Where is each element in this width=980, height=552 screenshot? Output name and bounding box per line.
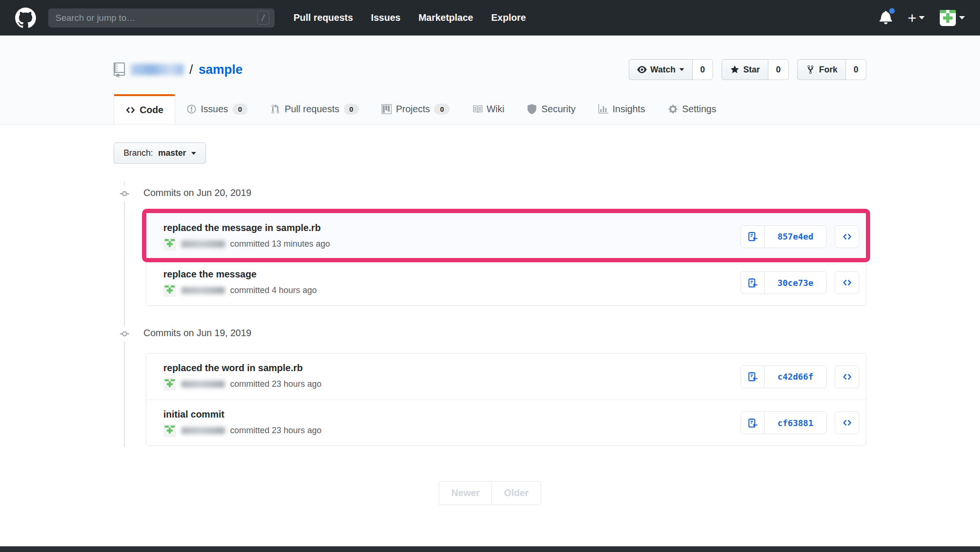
commit-author-blurred[interactable] (181, 381, 225, 388)
commit-sha-link[interactable]: c42d66f (765, 366, 826, 388)
nav-link-pull-requests[interactable]: Pull requests (294, 12, 353, 23)
repo-header-band: / sample Watch 0 Star 0 (0, 36, 980, 125)
tab-label: Settings (682, 104, 716, 115)
browse-code-button[interactable] (835, 225, 859, 248)
browse-code-button[interactable] (835, 271, 859, 294)
watch-button-group: Watch 0 (629, 59, 713, 80)
repo-separator: / (189, 62, 193, 77)
repo-tabs: Code Issues 0 Pull requests 0 Projects 0… (114, 94, 866, 124)
bottom-dark-bar (0, 546, 980, 552)
watch-count[interactable]: 0 (693, 59, 713, 80)
star-icon (730, 65, 739, 74)
wiki-book-icon (472, 104, 482, 114)
avatar[interactable] (163, 424, 176, 437)
commit-group: Commits on Jun 19, 2019 replaced the wor… (114, 326, 866, 446)
github-logo-icon[interactable] (15, 8, 36, 28)
chevron-down-icon (679, 68, 684, 71)
commit-actions: 857e4ed (740, 225, 859, 248)
fork-button[interactable]: Fork (797, 59, 846, 80)
chevron-down-icon (191, 152, 196, 155)
commit-title-link[interactable]: replaced the word in sample.rb (163, 363, 321, 374)
avatar[interactable] (163, 238, 176, 250)
commit-group-date: Commits on Jun 20, 2019 (143, 187, 251, 198)
repo-social-actions: Watch 0 Star 0 Fork (629, 59, 866, 80)
code-icon (843, 418, 852, 427)
pagination: Newer Older (114, 481, 866, 505)
branch-selector-button[interactable]: Branch: master (114, 142, 206, 164)
browse-code-button[interactable] (835, 365, 859, 388)
shield-icon (527, 104, 537, 114)
create-new-dropdown[interactable]: + (908, 10, 925, 26)
fork-label: Fork (819, 65, 837, 75)
commit-title-link[interactable]: replaced the message in sample.rb (163, 223, 330, 233)
nav-link-explore[interactable]: Explore (491, 12, 526, 23)
repo-name-link[interactable]: sample (199, 62, 243, 77)
commit-author-blurred[interactable] (181, 427, 225, 434)
tab-pull-requests[interactable]: Pull requests 0 (259, 94, 370, 124)
fork-icon (806, 65, 815, 74)
global-search-box[interactable]: / (48, 9, 275, 27)
nav-link-marketplace[interactable]: Marketplace (419, 12, 473, 23)
star-button-group: Star 0 (722, 59, 789, 80)
tab-issues[interactable]: Issues 0 (175, 94, 259, 124)
tab-label: Wiki (487, 104, 505, 115)
branch-name: master (158, 148, 186, 158)
fork-count[interactable]: 0 (846, 59, 866, 80)
avatar (940, 10, 956, 26)
tab-settings[interactable]: Settings (657, 94, 728, 124)
chevron-down-icon (919, 16, 925, 19)
commit-sha-link[interactable]: 30ce73e (765, 272, 826, 294)
commits-timeline: Commits on Jun 20, 2019 replaced the mes… (114, 186, 866, 446)
newer-button[interactable]: Newer (439, 481, 492, 505)
copy-sha-button[interactable] (741, 272, 765, 294)
nav-right-controls: + (879, 10, 965, 26)
tab-security[interactable]: Security (516, 94, 587, 124)
commit-title-link[interactable]: replace the message (163, 269, 317, 280)
code-icon (843, 278, 852, 287)
plus-icon: + (908, 10, 917, 26)
commit-sha-link[interactable]: cf63881 (765, 412, 826, 434)
repo-title: / sample (114, 62, 243, 77)
project-icon (382, 104, 392, 114)
commit-group-header: Commits on Jun 19, 2019 (114, 326, 866, 340)
commit-sha-link[interactable]: 857e4ed (765, 226, 826, 248)
tab-projects[interactable]: Projects 0 (370, 94, 461, 124)
slash-shortcut-hint: / (257, 11, 269, 25)
commit-meta: committed 13 minutes ago (163, 238, 330, 250)
tab-label: Insights (613, 104, 645, 115)
avatar[interactable] (163, 378, 176, 391)
user-menu-dropdown[interactable] (940, 10, 965, 26)
tab-insights[interactable]: Insights (587, 94, 657, 124)
nav-link-issues[interactable]: Issues (371, 12, 401, 23)
browse-code-button[interactable] (835, 411, 859, 434)
tab-code[interactable]: Code (114, 94, 175, 124)
tab-label: Code (140, 105, 163, 116)
older-button[interactable]: Older (491, 481, 541, 505)
notifications-bell-icon[interactable] (879, 10, 892, 26)
watch-button[interactable]: Watch (629, 59, 693, 80)
unread-notification-dot (888, 7, 896, 15)
avatar[interactable] (163, 284, 176, 297)
tab-label: Issues (201, 104, 228, 115)
copy-sha-button[interactable] (741, 366, 765, 388)
commit-group-header: Commits on Jun 20, 2019 (114, 186, 866, 200)
copy-sha-button[interactable] (741, 226, 765, 248)
copy-sha-icon (747, 371, 758, 382)
commit-title-link[interactable]: initial commit (163, 409, 321, 420)
commit-group: Commits on Jun 20, 2019 replaced the mes… (114, 186, 866, 306)
commit-list: replaced the message in sample.rb commit… (146, 213, 866, 306)
repo-owner-blurred[interactable] (131, 64, 184, 75)
copy-sha-button[interactable] (741, 412, 765, 434)
sha-button-group: 857e4ed (740, 225, 827, 248)
commits-page-main: Branch: master Commits on Jun 20, 2019 r… (114, 125, 866, 505)
search-input[interactable] (55, 13, 257, 23)
nav-links: Pull requests Issues Marketplace Explore (294, 12, 526, 23)
commit-author-blurred[interactable] (181, 240, 225, 248)
star-label: Star (743, 65, 760, 75)
star-button[interactable]: Star (722, 59, 768, 80)
commit-row: initial commit committed 23 hours ago (146, 400, 866, 445)
star-count[interactable]: 0 (768, 59, 789, 80)
tab-wiki[interactable]: Wiki (461, 94, 516, 124)
commit-author-blurred[interactable] (181, 287, 225, 294)
chevron-down-icon (959, 16, 965, 19)
